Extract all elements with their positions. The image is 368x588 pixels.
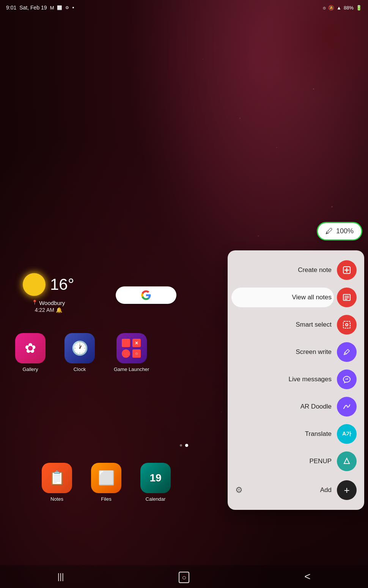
translate-icon: A가 xyxy=(337,424,357,444)
dot-icon: • xyxy=(72,5,74,11)
battery-level: 88% xyxy=(344,5,354,11)
panel-item-ar-doodle[interactable]: AR Doodle xyxy=(228,393,364,420)
notes-app-icon: 📋 xyxy=(42,463,72,493)
weather-widget: 16° 📍 Woodbury 4:22 AM 🔔 xyxy=(23,273,74,313)
clock-app-icon: 🕐 xyxy=(64,333,95,363)
svg-marker-10 xyxy=(344,458,349,464)
svg-rect-7 xyxy=(343,321,350,328)
translate-label: Translate xyxy=(305,430,332,438)
recents-button[interactable]: ||| xyxy=(57,572,64,582)
gallery-app-icon: ✿ xyxy=(15,333,46,363)
weather-location: Woodbury xyxy=(39,300,65,306)
screen-write-icon xyxy=(337,342,357,362)
create-note-label: Create note xyxy=(298,266,332,274)
panel-footer: ⚙ Add + xyxy=(228,476,364,504)
page-dot-2 xyxy=(185,444,188,447)
calendar-label: Calendar xyxy=(146,496,166,502)
recents-icon: ||| xyxy=(57,572,64,581)
mute-icon: 🔕 xyxy=(328,5,334,11)
ar-doodle-label: AR Doodle xyxy=(300,403,332,410)
screen-write-label: Screen write xyxy=(296,348,332,356)
app-item-clock[interactable]: 🕐 Clock xyxy=(64,333,95,372)
add-button[interactable]: + xyxy=(337,480,357,500)
live-messages-icon xyxy=(337,369,357,389)
app-item-game-launcher[interactable]: × ○ Game Launcher xyxy=(114,333,149,372)
wifi-icon: ⌾ xyxy=(323,5,326,11)
alarm-icon: 🔔 xyxy=(56,307,62,313)
home-button[interactable]: ○ xyxy=(179,571,189,583)
game-launcher-app-icon: × ○ xyxy=(116,333,147,363)
status-time: 9:01 xyxy=(6,5,16,11)
location-pin-icon: 📍 xyxy=(32,300,38,305)
penup-icon xyxy=(337,451,357,471)
panel-item-translate[interactable]: Translate A가 xyxy=(228,420,364,448)
google-logo xyxy=(141,290,151,300)
smart-select-label: Smart select xyxy=(296,321,332,329)
status-left: 9:01 Sat, Feb 19 M ⬜ ⚙ • xyxy=(6,5,74,11)
spen-button[interactable]: 🖊 100% xyxy=(317,222,362,241)
panel-item-smart-select[interactable]: Smart select xyxy=(228,311,364,338)
weather-temperature: 16° xyxy=(50,275,74,294)
page-dot-1 xyxy=(180,444,182,447)
svg-point-8 xyxy=(346,324,348,326)
status-right: ⌾ 🔕 ▲ 88% 🔋 xyxy=(323,5,362,11)
back-icon: < xyxy=(304,571,310,582)
panel-item-penup[interactable]: PENUP xyxy=(228,448,364,475)
status-date: Sat, Feb 19 xyxy=(19,5,47,11)
back-button[interactable]: < xyxy=(304,571,310,583)
create-note-icon xyxy=(337,260,357,280)
home-icon: ○ xyxy=(179,572,189,583)
clock-label: Clock xyxy=(74,366,86,372)
app-item-calendar[interactable]: 19 Calendar xyxy=(140,463,171,502)
signal-icon: ▲ xyxy=(337,5,341,11)
spen-pen-icon: 🖊 xyxy=(326,227,333,236)
panel-item-live-messages[interactable]: Live messages xyxy=(228,366,364,393)
view-all-notes-label: View all notes xyxy=(292,294,332,301)
navigation-bar: ||| ○ < xyxy=(0,565,368,588)
footer-right: Add + xyxy=(320,480,357,500)
gmail-icon: M xyxy=(50,5,54,11)
files-label: Files xyxy=(101,496,111,502)
app-item-files[interactable]: ⬜ Files xyxy=(91,463,121,502)
add-label: Add xyxy=(320,486,332,494)
ar-doodle-icon xyxy=(337,397,357,417)
settings-icon: ⚙ xyxy=(235,485,243,495)
app-item-notes[interactable]: 📋 Notes xyxy=(42,463,72,502)
game-launcher-label: Game Launcher xyxy=(114,366,149,372)
app-item-gallery[interactable]: ✿ Gallery xyxy=(15,333,46,372)
notes-label: Notes xyxy=(50,496,63,502)
weather-time: 4:22 AM 🔔 xyxy=(23,307,74,313)
battery-icon: 🔋 xyxy=(356,5,362,11)
gallery-label: Gallery xyxy=(22,366,38,372)
plus-icon: + xyxy=(344,484,349,496)
spen-battery-label: 100% xyxy=(336,227,354,235)
svg-line-9 xyxy=(345,352,346,354)
panel-item-screen-write[interactable]: Screen write xyxy=(228,338,364,366)
app-row-main: ✿ Gallery 🕐 Clock × ○ Game Launcher xyxy=(15,333,149,372)
status-bar: 9:01 Sat, Feb 19 M ⬜ ⚙ • ⌾ 🔕 ▲ 88% 🔋 xyxy=(0,0,368,15)
panel-item-create-note[interactable]: Create note xyxy=(228,256,364,284)
search-bar[interactable] xyxy=(116,286,176,304)
app-row-bottom: 📋 Notes ⬜ Files 19 Calendar xyxy=(42,463,171,502)
settings-notif-icon: ⚙ xyxy=(65,5,69,10)
files-app-icon: ⬜ xyxy=(91,463,121,493)
calendar-app-icon: 19 xyxy=(140,463,171,493)
spen-panel: Create note View all notes Smart select xyxy=(228,250,364,510)
view-notes-icon xyxy=(337,288,357,307)
live-messages-label: Live messages xyxy=(289,376,332,383)
penup-label: PENUP xyxy=(309,458,332,465)
panel-item-view-all-notes[interactable]: View all notes xyxy=(228,284,364,311)
settings-button[interactable]: ⚙ xyxy=(235,485,243,495)
page-indicator xyxy=(180,444,188,447)
gallery-icon: ⬜ xyxy=(57,5,62,10)
weather-sun-icon xyxy=(23,273,46,296)
smart-select-icon xyxy=(337,315,357,335)
